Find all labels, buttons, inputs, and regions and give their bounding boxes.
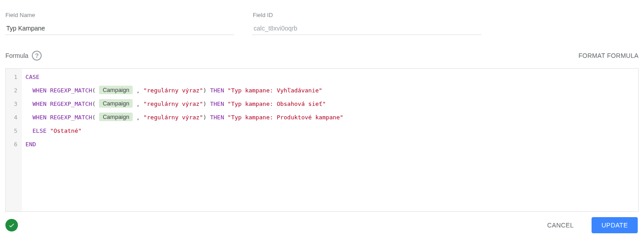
- format-formula-button[interactable]: FORMAT FORMULA: [579, 49, 639, 62]
- status-ok-icon: [5, 219, 18, 231]
- footer-row: CANCEL UPDATE: [5, 217, 639, 233]
- code-line[interactable]: ELSE "Ostatné": [26, 124, 635, 138]
- code-line[interactable]: WHEN REGEXP_MATCH( Campaign , "regulárny…: [26, 84, 635, 97]
- field-id-group: Field ID: [253, 12, 481, 35]
- field-id-label: Field ID: [253, 12, 481, 18]
- field-chip-campaign[interactable]: Campaign: [99, 86, 133, 94]
- field-name-label: Field Name: [5, 12, 234, 18]
- formula-header-left: Formula ?: [5, 51, 42, 61]
- line-gutter: 123456: [6, 69, 22, 211]
- line-number: 3: [14, 97, 17, 111]
- field-inputs-row: Field Name Field ID: [5, 12, 639, 35]
- field-name-group: Field Name: [5, 12, 234, 35]
- field-name-input[interactable]: [5, 22, 234, 35]
- code-line[interactable]: WHEN REGEXP_MATCH( Campaign , "regulárny…: [26, 111, 635, 124]
- line-number: 5: [14, 124, 17, 138]
- calculated-field-editor: Field Name Field ID Formula ? FORMAT FOR…: [0, 0, 644, 240]
- code-line[interactable]: WHEN REGEXP_MATCH( Campaign , "regulárny…: [26, 97, 635, 111]
- code-line[interactable]: CASE: [26, 70, 635, 84]
- update-button[interactable]: UPDATE: [592, 217, 638, 233]
- formula-editor[interactable]: 123456 CASE WHEN REGEXP_MATCH( Campaign …: [5, 68, 639, 212]
- line-number: 6: [14, 138, 17, 151]
- cancel-button[interactable]: CANCEL: [539, 217, 582, 233]
- field-id-input: [253, 22, 481, 35]
- field-chip-campaign[interactable]: Campaign: [99, 99, 133, 108]
- line-number: 2: [14, 84, 17, 97]
- line-number: 1: [14, 70, 17, 84]
- formula-header: Formula ? FORMAT FORMULA: [5, 49, 639, 62]
- checkmark-icon: [8, 222, 15, 229]
- formula-label: Formula: [5, 52, 28, 59]
- code-line[interactable]: END: [26, 138, 635, 151]
- code-area[interactable]: CASE WHEN REGEXP_MATCH( Campaign , "regu…: [22, 69, 638, 211]
- line-number: 4: [14, 111, 17, 124]
- footer-actions: CANCEL UPDATE: [539, 217, 638, 233]
- help-icon[interactable]: ?: [32, 51, 42, 61]
- field-chip-campaign[interactable]: Campaign: [99, 113, 133, 121]
